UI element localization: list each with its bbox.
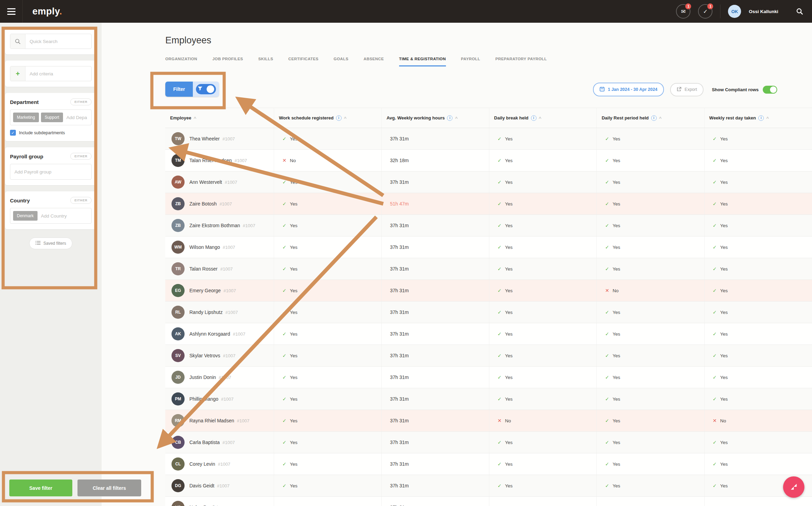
tab-job-profiles[interactable]: JOB PROFILES (212, 57, 243, 66)
column-header-daily-break-held[interactable]: Daily break heldi^ (489, 108, 597, 128)
info-icon[interactable]: i (531, 115, 537, 121)
check-icon: ✓ (282, 505, 287, 506)
messages-button[interactable]: ✉ 1 (676, 4, 690, 19)
table-row-wilson-mango[interactable]: WMWilson Mango#1007✓Yes37h 31m✓Yes✓Yes✓Y… (165, 236, 812, 258)
sort-caret-icon[interactable]: ^ (539, 116, 542, 121)
cell-value: Yes (290, 397, 298, 402)
table-row-davis-geidt[interactable]: DGDavis Geidt#1007✓Yes37h 31m✓Yes✓Yes✓Ye… (165, 475, 812, 497)
column-header-work-schedule-registered[interactable]: Work schedule registeredi^ (274, 108, 382, 128)
info-icon[interactable]: i (651, 115, 657, 121)
table-row-zaire-botosh[interactable]: ZBZaire Botosh#1007✓Yes51h 47m✓Yes✓Yes✓Y… (165, 193, 812, 215)
table-row-justin-donin[interactable]: JDJustin Donin#1007✓Yes37h 31m✓Yes✓Yes✓Y… (165, 367, 812, 388)
avatar: TR (171, 262, 185, 275)
info-icon[interactable]: i (336, 115, 342, 121)
filter-section-title: Country (10, 198, 30, 203)
cell-value: Yes (613, 397, 620, 402)
quick-search-input[interactable] (25, 39, 91, 44)
table-row-carla-baptista[interactable]: CBCarla Baptista#1007✓Yes37h 31m✓Yes✓Yes… (165, 432, 812, 453)
clear-all-filters-button[interactable]: Clear all filters (77, 479, 141, 496)
export-button[interactable]: Export (670, 83, 704, 96)
tag-denmark[interactable]: Denmark (13, 211, 38, 221)
tag-marketing[interactable]: Marketing (13, 113, 39, 122)
table-row-randy-lipshutz[interactable]: RLRandy Lipshutz#1007✓Yes37h 31m✓Yes✓Yes… (165, 302, 812, 323)
add-country-input[interactable] (40, 212, 89, 220)
table-row-talan-rosser[interactable]: TRTalan Rosser#1007✓Yes37h 31m✓Yes✓Yes✓Y… (165, 258, 812, 280)
feedback-fab[interactable] (783, 476, 804, 498)
add-department-input[interactable] (65, 114, 89, 122)
sort-caret-icon[interactable]: ^ (659, 116, 662, 121)
check-icon: ✓ (282, 201, 287, 207)
daily-rest-cell: ✕No (597, 280, 704, 301)
table-row-nolan-baptiste[interactable]: NBNolan Baptiste#1007✓Yes37h 31m✓Yes✓Yes… (165, 497, 812, 506)
sort-caret-icon[interactable]: ^ (194, 116, 196, 121)
tab-organization[interactable]: ORGANIZATION (165, 57, 197, 66)
avg-hours-value: 37h 31m (390, 266, 408, 272)
date-range-button[interactable]: 1 Jan 2024 - 30 Apr 2024 (593, 83, 664, 96)
table-row-emery-george[interactable]: EGEmery George#1007✓Yes37h 31m✓Yes✕No✓Ye… (165, 280, 812, 302)
table-row-zaire-ekstrom-bothman[interactable]: ZBZaire Ekstrom Bothman#1007✓Yes37h 31m✓… (165, 215, 812, 236)
tab-preparatory-payroll[interactable]: PREPARATORY PAYROLL (495, 57, 546, 66)
avg-hours-value: 37h 31m (390, 418, 408, 423)
cell-value: Yes (720, 331, 728, 337)
table-row-phillip-mango[interactable]: PMPhillip Mango#1007✓Yes37h 31m✓Yes✓Yes✓… (165, 388, 812, 410)
table-row-skylar-vetrovs[interactable]: SVSkylar Vetrovs#1007✓Yes37h 31m✓Yes✓Yes… (165, 345, 812, 367)
weekly-rest-cell: ✕No (705, 410, 812, 431)
table-row-rayna-rhiel-madsen[interactable]: RMRayna Rhiel Madsen#1007✓Yes37h 31m✕No✓… (165, 410, 812, 432)
check-icon: ✓ (498, 158, 502, 163)
cross-icon: ✕ (498, 418, 502, 423)
table-row-corey-levin[interactable]: CLCorey Levin#1007✓Yes37h 31m✓Yes✓Yes✓Ye… (165, 453, 812, 475)
avg-hours-cell: 37h 31m (382, 323, 489, 345)
info-icon[interactable]: i (758, 115, 764, 121)
main-content: Employees ORGANIZATIONJOB PROFILESSKILLS… (102, 23, 812, 506)
sort-caret-icon[interactable]: ^ (344, 116, 347, 121)
show-compliant-rows-toggle[interactable] (763, 86, 777, 94)
cell-value: Yes (720, 397, 728, 402)
include-subdepartments-checkbox[interactable]: ✓ (10, 130, 16, 136)
tab-payroll[interactable]: PAYROLL (461, 57, 480, 66)
table-row-ashlynn-korsgaard[interactable]: AKAshlynn Korsgaard#1007✓Yes37h 31m✓Yes✓… (165, 323, 812, 345)
user-avatar[interactable]: OK (728, 5, 741, 18)
cell-value: Yes (613, 180, 620, 185)
avg-hours-cell: 37h 31m (382, 258, 489, 280)
column-header-weekly-rest-day-taken[interactable]: Weekly rest day takeni^ (705, 108, 812, 128)
cell-value: Yes (290, 223, 298, 228)
tab-certificates[interactable]: CERTIFICATES (288, 57, 319, 66)
tab-skills[interactable]: SKILLS (258, 57, 273, 66)
avatar: AK (171, 327, 185, 340)
saved-filters-button[interactable]: Saved filters (29, 238, 72, 249)
table-row-ann-westervelt[interactable]: AWAnn Westervelt#1007✓Yes37h 31m✓Yes✓Yes… (165, 171, 812, 193)
info-icon[interactable]: i (447, 115, 452, 121)
check-icon: ✓ (498, 396, 502, 402)
user-name[interactable]: Ossi Kallunki (749, 9, 778, 14)
tab-time-registration[interactable]: TIME & REGISTRATION (399, 57, 446, 66)
save-filter-button[interactable]: Save filter (9, 479, 72, 496)
column-header-avg-weekly-working-hours[interactable]: Avg. Weekly working hoursi^ (382, 108, 489, 128)
tab-goals[interactable]: GOALS (334, 57, 348, 66)
global-search-icon[interactable] (796, 8, 803, 15)
table-row-thea-wheeler[interactable]: TWThea Wheeler#1007✓Yes37h 31m✓Yes✓Yes✓Y… (165, 128, 812, 150)
tab-absence[interactable]: ABSENCE (364, 57, 384, 66)
sort-caret-icon[interactable]: ^ (766, 116, 769, 121)
tasks-button[interactable]: ✓ 1 (698, 4, 712, 19)
mode-pill[interactable]: EITHER (70, 197, 92, 204)
mode-pill[interactable]: EITHER (70, 98, 92, 105)
filter-button[interactable]: Filter (165, 82, 219, 97)
check-icon: ✓ (498, 505, 502, 506)
add-criteria-input[interactable] (25, 71, 91, 76)
cell-value: No (290, 158, 296, 163)
cell-value: Yes (720, 462, 728, 467)
mode-pill[interactable]: EITHER (70, 153, 92, 160)
avg-hours-value: 37h 31m (390, 483, 408, 488)
sort-caret-icon[interactable]: ^ (455, 116, 458, 121)
avg-hours-value: 51h 47m (390, 201, 408, 207)
column-header-employee[interactable]: Employee^ (165, 108, 274, 128)
tag-support[interactable]: Support (41, 113, 63, 122)
add-payroll-group-input[interactable] (13, 168, 89, 176)
hamburger-menu-icon[interactable] (0, 0, 23, 23)
employee-cell: CLCorey Levin#1007 (165, 453, 274, 475)
topbar-divider (720, 4, 720, 18)
column-header-daily-rest-period-held[interactable]: Daily Rest period heldi^ (597, 108, 704, 128)
column-label: Employee (170, 115, 191, 120)
filter-toggle[interactable] (196, 84, 216, 94)
table-row-talan-rhiel-madsen[interactable]: TMTalan Rhiel Madsen#1007✕No32h 18m✓Yes✓… (165, 150, 812, 171)
